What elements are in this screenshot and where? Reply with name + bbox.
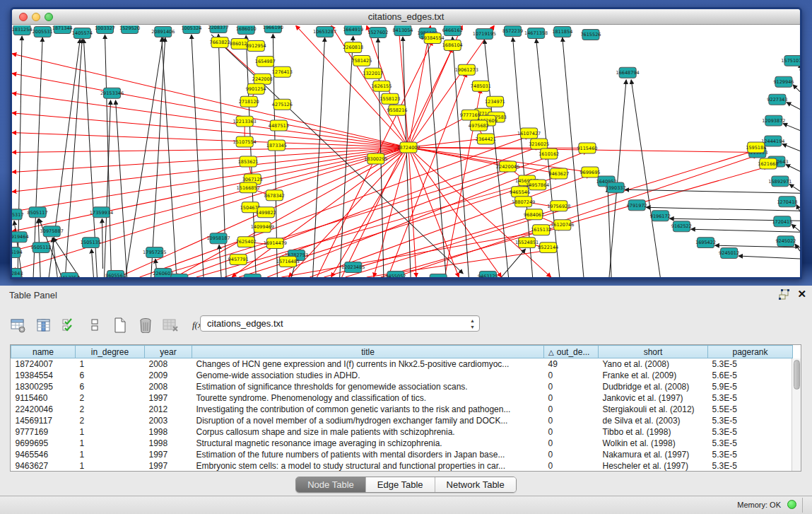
row-height-button[interactable] [86, 317, 103, 334]
table-cell[interactable]: Wolkin et al. (1998) [599, 438, 708, 449]
table-cell[interactable]: 0 [544, 370, 599, 381]
graph-node[interactable]: 1686104 [442, 40, 463, 50]
graph-node[interactable]: 7581425 [351, 55, 372, 66]
graph-node[interactable]: 1654987 [255, 56, 276, 66]
graph-node[interactable]: 4975682 [469, 120, 489, 131]
network-window-titlebar[interactable]: citations_edges.txt [12, 9, 800, 25]
table-cell[interactable]: 18724007 [11, 358, 76, 370]
graph-node[interactable]: 1529520 [119, 25, 140, 33]
delete-column-button[interactable] [137, 317, 154, 334]
graph-node[interactable]: 9699695 [579, 167, 600, 177]
table-row[interactable]: 969969511998Structural magnetic resonanc… [11, 438, 793, 449]
table-row[interactable]: 2242004622012Investigating the contribut… [11, 404, 793, 415]
graph-node[interactable]: 9465546 [510, 187, 530, 197]
graph-node[interactable]: 1322017 [363, 68, 383, 78]
table-row[interactable]: 1830029562008Estimation of significance … [11, 381, 793, 392]
graph-node[interactable]: 19061273 [455, 64, 478, 75]
graph-node[interactable]: 15524851 [515, 238, 539, 248]
graph-node[interactable]: 2718120 [239, 96, 259, 107]
table-cell[interactable]: 5.5E-5 [708, 404, 793, 415]
graph-node[interactable]: 1558123 [379, 93, 400, 104]
tab-node-table[interactable]: Node Table [296, 477, 365, 492]
graph-node[interactable]: 10958187 [206, 233, 230, 244]
table-cell[interactable]: Corpus callosum shape and size in male p… [192, 426, 544, 438]
table-row[interactable]: 977716911998Corpus callosum shape and si… [11, 426, 793, 438]
table-cell[interactable]: 2012 [145, 404, 192, 415]
graph-node[interactable]: 4275126 [272, 99, 293, 110]
table-cell[interactable]: 9115460 [11, 392, 76, 404]
table-cell[interactable]: 6 [76, 381, 145, 392]
graph-node[interactable]: 1499822 [256, 207, 276, 218]
table-cell[interactable]: 9699695 [11, 438, 76, 449]
graph-node[interactable]: 8572239 [502, 25, 523, 36]
table-cell[interactable]: 1998 [145, 426, 192, 438]
table-cell[interactable]: Hescheler et al. (1997) [599, 460, 708, 472]
graph-node[interactable]: 12213363 [233, 116, 257, 127]
table-cell[interactable]: 0 [544, 404, 599, 415]
table-cell[interactable]: 0 [544, 426, 599, 438]
graph-node[interactable]: 7663822 [210, 37, 230, 47]
column-header-out_de[interactable]: △out_de... [544, 346, 599, 358]
graph-node[interactable]: 1831254 [12, 25, 33, 35]
graph-node[interactable]: 9684067 [524, 209, 544, 220]
graph-node[interactable]: 1873345 [266, 140, 287, 151]
table-cell[interactable]: Estimation of significance thresholds fo… [192, 381, 544, 392]
table-cell[interactable]: 5.3E-5 [708, 358, 793, 370]
graph-node[interactable]: 2208377 [208, 25, 229, 33]
graph-node[interactable]: 10719195 [473, 28, 496, 39]
table-cell[interactable]: 5.3E-5 [708, 392, 793, 404]
graph-node[interactable]: 1664919 [343, 25, 363, 35]
graph-node[interactable]: 29153346 [100, 88, 124, 98]
graph-node[interactable]: 9162522 [671, 221, 692, 232]
table-vertical-scrollbar[interactable] [792, 358, 801, 471]
delete-table-button-disabled[interactable] [163, 317, 180, 334]
table-cell[interactable]: Jankovic et al. (1997) [599, 392, 708, 404]
table-cell[interactable]: Investigating the contribution of common… [192, 404, 544, 415]
table-cell[interactable]: 2008 [145, 358, 192, 370]
graph-node[interactable]: 8678342 [264, 190, 285, 201]
graph-node[interactable]: 15107554 [233, 136, 257, 147]
table-cell[interactable]: Stergiakouli et al. (2012) [599, 404, 708, 415]
graph-node[interactable]: 9413254 [59, 273, 80, 277]
table-cell[interactable]: Franke et al. (2009) [599, 370, 708, 381]
graph-node[interactable]: 19384554 [421, 33, 445, 43]
table-cell[interactable]: 5.9E-5 [708, 381, 793, 392]
close-panel-icon[interactable]: ✕ [797, 288, 806, 300]
graph-node[interactable]: 22420046 [496, 161, 519, 172]
graph-node[interactable]: 1811854 [552, 26, 572, 37]
table-row[interactable]: 946362711997Embryonic stem cells: a mode… [11, 460, 793, 472]
table-cell[interactable]: 1 [76, 426, 145, 438]
table-row[interactable]: 1456911722003Disruption of a novel membe… [11, 415, 793, 426]
graph-node[interactable]: 20891406 [151, 26, 175, 37]
graph-node[interactable]: 8505117 [28, 207, 48, 218]
table-cell[interactable]: 2 [76, 415, 145, 426]
graph-node[interactable]: 14957864 [526, 180, 549, 190]
graph-node[interactable]: 1505135 [81, 238, 101, 248]
graph-node[interactable]: 1626155 [371, 81, 392, 91]
network-view-window[interactable]: citations_edges.txt 18312542005531187134… [10, 7, 802, 279]
graph-node[interactable]: 7615526 [580, 29, 601, 40]
table-cell[interactable]: 14569117 [11, 415, 76, 426]
table-cell[interactable]: Structural magnetic resonance image aver… [192, 438, 544, 449]
table-cell[interactable]: 2008 [145, 381, 192, 392]
tab-edge-table[interactable]: Edge Table [365, 477, 435, 492]
graph-node[interactable]: 1720415 [772, 216, 792, 227]
graph-node[interactable]: 16107427 [517, 128, 541, 139]
table-select-dropdown[interactable]: citations_edges.txt ▲▼ [200, 315, 480, 332]
graph-node[interactable]: 9245022 [775, 236, 796, 247]
graph-node[interactable]: 9455052 [385, 271, 406, 277]
graph-node[interactable]: 16120746 [551, 220, 574, 230]
scrollbar-thumb[interactable] [794, 360, 800, 390]
graph-node[interactable]: 9901254 [246, 83, 266, 94]
table-row[interactable]: 1872400712008Changes of HCN gene express… [11, 358, 793, 370]
graph-node[interactable]: 9196172 [650, 211, 671, 221]
table-cell[interactable]: Tourette syndrome. Phenomenology and cla… [192, 392, 544, 404]
table-cell[interactable]: Embryonic stem cells: a model to study s… [192, 460, 544, 472]
graph-node[interactable]: 2242008 [252, 74, 273, 84]
column-header-year[interactable]: year [145, 346, 192, 358]
column-header-in_degree[interactable]: in_degree [76, 346, 145, 358]
graph-node[interactable]: 9457791 [228, 255, 249, 265]
table-cell[interactable]: 1997 [145, 392, 192, 404]
table-cell[interactable]: 49 [544, 358, 599, 370]
table-cell[interactable]: Changes of HCN gene expression and I(f) … [192, 358, 544, 370]
